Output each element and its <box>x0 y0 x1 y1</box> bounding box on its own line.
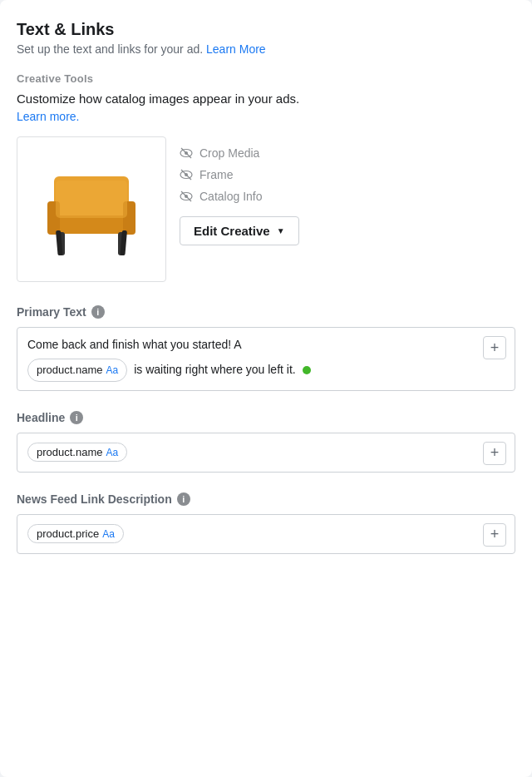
headline-tag-label: product.name <box>37 446 103 458</box>
primary-text-label-row: Primary Text i <box>17 305 515 319</box>
crop-media-tool: Crop Media <box>180 146 299 160</box>
product-name-tag-label: product.name <box>37 362 103 379</box>
news-feed-label: News Feed Link Description <box>17 492 172 506</box>
headline-section: Headline i product.name Aa + <box>17 411 515 473</box>
header-learn-more-link[interactable]: Learn More <box>206 42 266 56</box>
chair-illustration <box>37 156 145 264</box>
creative-tools-label: Creative Tools <box>17 72 515 85</box>
news-feed-info-icon[interactable]: i <box>177 492 190 506</box>
svg-rect-8 <box>56 181 127 218</box>
subtitle-text: Set up the text and links for your ad. <box>17 42 206 56</box>
primary-text-line1: Come back and finish what you started! A <box>27 336 505 354</box>
primary-text-add-button[interactable]: + <box>483 336 506 359</box>
edit-creative-button[interactable]: Edit Creative ▼ <box>180 216 299 245</box>
image-tools-row: Crop Media Frame <box>17 136 515 282</box>
tools-column: Crop Media Frame <box>180 136 299 245</box>
crop-media-label: Crop Media <box>200 146 259 160</box>
waiting-text: is waiting right where you left it. <box>134 361 296 379</box>
frame-label: Frame <box>200 168 233 181</box>
primary-text-info-icon[interactable]: i <box>91 305 105 319</box>
product-name-tag: product.name Aa <box>27 359 127 382</box>
news-feed-section: News Feed Link Description i product.pri… <box>17 492 515 554</box>
product-price-tag-aa: Aa <box>102 528 115 540</box>
product-price-tag-label: product.price <box>37 527 99 540</box>
news-feed-add-button[interactable]: + <box>483 523 506 547</box>
headline-label: Headline <box>17 411 65 424</box>
catalog-info-label: Catalog Info <box>200 190 263 203</box>
image-preview <box>17 136 166 282</box>
headline-add-button[interactable]: + <box>483 442 506 465</box>
eye-icon-catalog <box>180 190 193 203</box>
catalog-info-tool: Catalog Info <box>180 190 299 203</box>
headline-product-name-tag: product.name Aa <box>27 443 127 462</box>
header-subtitle: Set up the text and links for your ad. L… <box>17 42 515 56</box>
primary-text-line2: product.name Aa is waiting right where y… <box>27 359 505 382</box>
primary-text-section: Primary Text i Come back and finish what… <box>17 305 515 391</box>
news-feed-field[interactable]: product.price Aa + <box>17 514 515 554</box>
eye-icon-frame <box>180 168 193 181</box>
news-feed-label-row: News Feed Link Description i <box>17 492 515 506</box>
headline-field[interactable]: product.name Aa + <box>17 433 515 473</box>
product-name-tag-aa: Aa <box>106 363 119 378</box>
svg-rect-1 <box>50 215 133 234</box>
creative-tools-section: Creative Tools Customize how catalog ima… <box>17 72 515 282</box>
main-card: Text & Links Set up the text and links f… <box>0 0 532 777</box>
edit-creative-button-label: Edit Creative <box>194 224 270 238</box>
headline-info-icon[interactable]: i <box>70 411 83 424</box>
header-section: Text & Links Set up the text and links f… <box>17 20 515 56</box>
green-dot-indicator <box>303 366 311 374</box>
primary-text-field[interactable]: Come back and finish what you started! A… <box>17 327 515 391</box>
frame-tool: Frame <box>180 168 299 181</box>
creative-tools-learn-more-link[interactable]: Learn more. <box>17 110 79 123</box>
page-title: Text & Links <box>17 20 515 39</box>
product-price-tag: product.price Aa <box>27 524 124 543</box>
primary-text-content: Come back and finish what you started! A… <box>27 336 505 382</box>
chevron-down-icon: ▼ <box>277 226 285 235</box>
headline-tag-aa: Aa <box>106 447 119 458</box>
eye-icon-crop <box>180 146 193 160</box>
headline-label-row: Headline i <box>17 411 515 424</box>
creative-tools-description: Customize how catalog images appear in y… <box>17 92 515 106</box>
primary-text-label: Primary Text <box>17 305 86 319</box>
